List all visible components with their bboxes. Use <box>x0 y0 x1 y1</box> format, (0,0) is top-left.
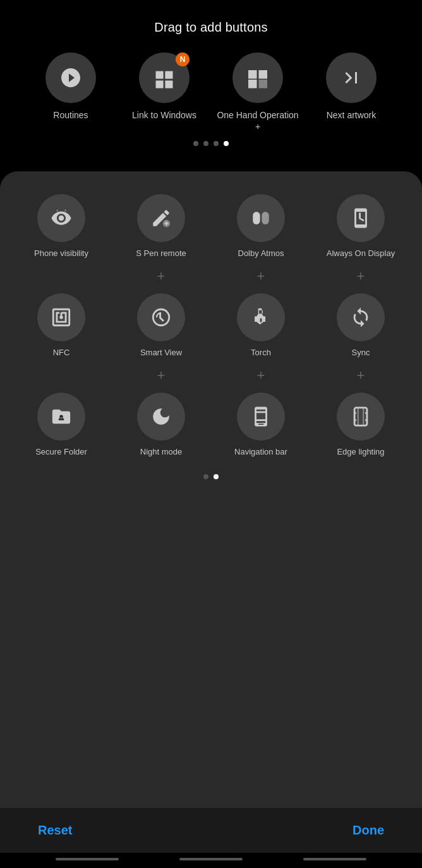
nav-handle-2 <box>179 858 243 860</box>
nav-bar-circle <box>237 393 285 441</box>
secure-folder-icon <box>51 406 72 427</box>
torch-circle <box>237 293 285 341</box>
top-btn-next-artwork[interactable]: Next artwork <box>310 52 392 132</box>
night-mode-circle <box>137 393 185 441</box>
panel-btn-secure-folder[interactable]: Secure Folder <box>11 388 111 463</box>
phone-visibility-circle <box>37 194 85 242</box>
nav-handles <box>0 853 422 868</box>
reset-button[interactable]: Reset <box>38 823 72 838</box>
svg-point-4 <box>260 314 262 317</box>
dolby-label: Dolby Atmos <box>238 248 284 259</box>
plus-5[interactable]: + <box>211 366 311 385</box>
s-pen-icon <box>150 207 172 229</box>
panel-btn-smart-view[interactable]: Smart View <box>111 288 211 364</box>
top-btn-routines[interactable]: Routines <box>30 52 112 132</box>
drag-header: Drag to add buttons <box>0 0 422 46</box>
one-hand-circle <box>232 52 283 103</box>
nav-bar-label: Navigation bar <box>234 447 287 458</box>
phone-visibility-label: Phone visibility <box>34 248 88 259</box>
always-on-circle <box>337 194 385 242</box>
top-btn-one-hand-circle-wrap <box>232 52 283 103</box>
always-on-icon <box>350 207 371 229</box>
plus-6[interactable]: + <box>311 366 411 385</box>
plus-1[interactable]: + <box>111 267 211 286</box>
dot-3 <box>214 141 219 146</box>
next-artwork-circle <box>326 52 377 103</box>
s-pen-circle <box>137 194 185 242</box>
routines-circle <box>45 52 96 103</box>
spacer-row-1: + + + <box>11 264 411 288</box>
top-btn-routines-circle-wrap <box>45 52 96 103</box>
nfc-circle <box>37 293 85 341</box>
s-pen-label: S Pen remote <box>136 248 186 259</box>
panel: Phone visibility S Pen remote Dolby A <box>0 171 422 808</box>
top-btn-link-windows[interactable]: N Link to Windows <box>123 52 205 132</box>
panel-row2: NFC Smart View Torch <box>11 288 411 364</box>
panel-dot-2 <box>214 474 219 479</box>
smart-view-circle <box>137 293 185 341</box>
panel-btn-sync[interactable]: Sync <box>311 288 411 364</box>
sync-label: Sync <box>352 348 370 358</box>
svg-rect-2 <box>262 212 268 224</box>
top-btn-link-windows-circle-wrap: N <box>139 52 190 103</box>
torch-label: Torch <box>251 348 271 358</box>
nfc-icon <box>51 307 72 328</box>
secure-folder-label: Secure Folder <box>35 447 87 458</box>
dot-4 <box>224 141 229 146</box>
torch-icon <box>250 307 272 328</box>
routines-icon <box>59 66 82 89</box>
badge-n: N <box>176 52 190 66</box>
plus-3[interactable]: + <box>311 267 411 286</box>
nfc-label: NFC <box>53 348 70 358</box>
nav-handle-3 <box>303 858 366 860</box>
dot-2 <box>203 141 208 146</box>
svg-rect-1 <box>253 212 260 224</box>
sync-circle <box>337 293 385 341</box>
nav-handle-1 <box>56 858 119 860</box>
panel-btn-phone-visibility[interactable]: Phone visibility <box>11 189 111 264</box>
next-artwork-label: Next artwork <box>327 109 377 121</box>
nav-bar-icon <box>250 406 272 427</box>
bottom-bar: Reset Done <box>0 808 422 853</box>
top-page-dots <box>13 141 409 146</box>
night-mode-label: Night mode <box>140 447 182 458</box>
top-btn-next-artwork-circle-wrap <box>326 52 377 103</box>
panel-btn-night-mode[interactable]: Night mode <box>111 388 211 463</box>
panel-btn-nav-bar[interactable]: Navigation bar <box>211 388 311 463</box>
panel-page-dots <box>11 474 411 479</box>
dot-1 <box>193 141 198 146</box>
plus-2[interactable]: + <box>211 267 311 286</box>
edge-lighting-circle <box>337 393 385 441</box>
top-buttons-row: Routines N Link to Windows <box>13 52 409 132</box>
plus-4[interactable]: + <box>111 366 211 385</box>
sync-icon <box>350 307 371 328</box>
secure-folder-circle <box>37 393 85 441</box>
panel-btn-s-pen[interactable]: S Pen remote <box>111 189 211 264</box>
panel-btn-nfc[interactable]: NFC <box>11 288 111 364</box>
phone-visibility-icon <box>51 207 72 229</box>
edge-lighting-icon <box>350 406 371 427</box>
panel-btn-always-on[interactable]: Always On Display <box>311 189 411 264</box>
dolby-circle <box>237 194 285 242</box>
panel-dot-1 <box>203 474 208 479</box>
one-hand-icon <box>246 66 269 89</box>
one-hand-label: One Hand Operation + <box>217 109 299 132</box>
night-mode-icon <box>150 406 172 427</box>
smart-view-icon <box>150 307 172 328</box>
panel-row1: Phone visibility S Pen remote Dolby A <box>11 189 411 264</box>
edge-lighting-label: Edge lighting <box>337 447 384 458</box>
routines-label: Routines <box>53 109 88 121</box>
panel-btn-dolby[interactable]: Dolby Atmos <box>211 189 311 264</box>
svg-rect-5 <box>258 424 264 424</box>
always-on-label: Always On Display <box>327 248 395 259</box>
spacer-row-2: + + + <box>11 364 411 388</box>
panel-btn-torch[interactable]: Torch <box>211 288 311 364</box>
top-btn-one-hand[interactable]: One Hand Operation + <box>217 52 299 132</box>
panel-btn-edge-lighting[interactable]: Edge lighting <box>311 388 411 463</box>
next-artwork-icon <box>340 66 363 89</box>
panel-row3: Secure Folder Night mode Navigation bar <box>11 388 411 463</box>
done-button[interactable]: Done <box>353 823 384 838</box>
link-windows-icon <box>153 66 176 89</box>
top-buttons-area: Routines N Link to Windows <box>0 46 422 171</box>
smart-view-label: Smart View <box>140 348 182 358</box>
